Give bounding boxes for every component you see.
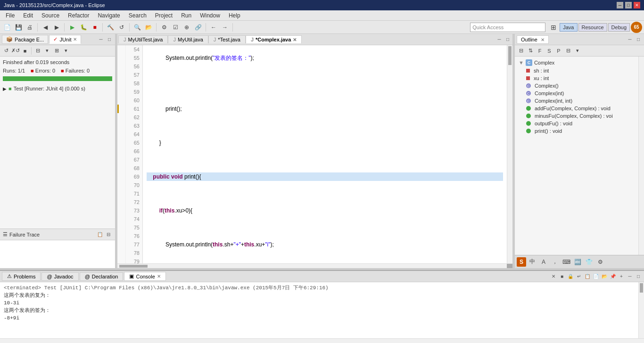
outline-hide-fields[interactable]: F [536, 47, 544, 55]
toolbar-extra2[interactable]: ☑ [170, 22, 181, 33]
soga-btn-1[interactable]: 中 [527, 257, 537, 267]
soga-btn-2[interactable]: A [538, 257, 549, 267]
code-editor[interactable]: System.out.println("发表的签名："); print(); }… [143, 45, 507, 263]
tab-declaration[interactable]: @ Declaration [80, 272, 124, 281]
toolbar-extra6[interactable]: → [220, 22, 230, 33]
toolbar-extra3[interactable]: ⊕ [182, 22, 192, 33]
tab-complex-close[interactable]: ✕ [293, 37, 297, 42]
soga-btn-3[interactable]: ， [550, 257, 560, 267]
toolbar-extra5[interactable]: ← [208, 22, 219, 33]
tab-junit[interactable]: ✓ JUnit ✕ [49, 35, 81, 44]
junit-filter[interactable]: ⊟ [33, 47, 42, 55]
console-copy[interactable]: 📋 [584, 273, 591, 280]
junit-rerun[interactable]: ↺ [2, 47, 10, 55]
outline-method-outputfu[interactable]: outputFu() : void [515, 120, 638, 127]
junit-tab-close[interactable]: ✕ [73, 37, 77, 42]
soga-btn-7[interactable]: ⚙ [595, 257, 605, 267]
console-close[interactable]: ✕ [157, 274, 161, 279]
tab-test[interactable]: J *Test.java [208, 35, 246, 43]
menu-run[interactable]: Run [177, 11, 195, 20]
tab-myutiltest[interactable]: J MyUtilTest.java [118, 35, 168, 43]
hscrollbar-thumb[interactable] [119, 265, 148, 268]
editor-maximize[interactable]: □ [504, 36, 512, 43]
outline-constructor-1[interactable]: C Complex() [515, 82, 638, 90]
soga-btn-6[interactable]: 👕 [584, 257, 594, 267]
console-scroll-lock[interactable]: 🔒 [567, 273, 574, 280]
outline-field-sh[interactable]: sh : int [515, 67, 638, 74]
outline-constructor-3[interactable]: C Complex(int, int) [515, 97, 638, 105]
tab-problems[interactable]: ⚠ Problems [2, 272, 41, 281]
outline-hide-static[interactable]: S [545, 47, 553, 55]
close-button[interactable]: ✕ [634, 2, 640, 8]
junit-more[interactable]: ▾ [62, 47, 70, 55]
tab-package-explorer[interactable]: 📦 Package E... [2, 35, 48, 44]
toolbar-forward[interactable]: ▶ [51, 22, 62, 33]
menu-edit[interactable]: Edit [19, 11, 37, 20]
console-clear[interactable]: ✕ [550, 273, 557, 280]
console-paste[interactable]: 📄 [592, 273, 600, 280]
tab-complex[interactable]: J *Complex.java ✕ [246, 35, 302, 43]
junit-stop[interactable]: ■ [21, 47, 29, 55]
outline-class-item[interactable]: ▼ C Complex [515, 58, 638, 67]
perspective-debug[interactable]: Debug [608, 23, 630, 32]
toolbar-new[interactable]: 📄 [2, 22, 12, 33]
tab-myutil[interactable]: J MyUtil.java [168, 35, 208, 43]
toolbar-extra4[interactable]: 🔗 [193, 22, 203, 33]
minimize-view-button[interactable]: ─ [97, 36, 105, 43]
editor-hscrollbar[interactable] [117, 263, 512, 268]
menu-window[interactable]: Window [196, 11, 224, 20]
junit-rerun-failed[interactable]: ✗↺ [11, 47, 20, 55]
soga-btn-5[interactable]: 🔤 [572, 257, 583, 267]
console-word-wrap[interactable]: ↵ [575, 273, 583, 280]
toolbar-debug[interactable]: 🐛 [78, 22, 89, 33]
toolbar-print[interactable]: 🖨 [25, 22, 35, 33]
maximize-button[interactable]: □ [625, 2, 632, 8]
tab-javadoc[interactable]: @ Javadoc [41, 272, 78, 281]
outline-method-print[interactable]: print() : void [515, 127, 638, 135]
toolbar-extra1[interactable]: ⚙ [159, 22, 169, 33]
toolbar-back[interactable]: ◀ [40, 22, 50, 33]
console-scrollbar-thumb[interactable] [640, 283, 643, 293]
outline-sort[interactable]: ⇅ [526, 47, 535, 55]
user-avatar[interactable]: 65 [631, 22, 642, 33]
tab-console[interactable]: ▣ Console ✕ [124, 272, 165, 281]
toolbar-build[interactable]: 🔨 [105, 22, 116, 33]
perspective-resource[interactable]: Resource [578, 23, 607, 32]
menu-project[interactable]: Project [151, 11, 176, 20]
outline-field-xu[interactable]: xu : int [515, 74, 638, 82]
toolbar-open[interactable]: 📂 [143, 22, 154, 33]
perspective-java[interactable]: Java [560, 23, 577, 32]
console-hscrollbar[interactable] [0, 338, 644, 343]
console-scrollbar[interactable] [638, 282, 644, 338]
menu-search[interactable]: Search [125, 11, 150, 20]
toolbar-search[interactable]: 🔍 [132, 22, 142, 33]
console-open-file[interactable]: 📂 [601, 273, 608, 280]
outline-collapse[interactable]: ⊟ [517, 47, 525, 55]
outline-maximize[interactable]: □ [635, 36, 642, 43]
console-new-console[interactable]: + [618, 273, 625, 280]
failure-copy-btn[interactable]: 📋 [96, 231, 104, 238]
menu-file[interactable]: File [2, 11, 18, 20]
outline-method-minusfu[interactable]: minusFu(Complex, Complex) : voi [515, 112, 638, 120]
console-minimize[interactable]: ─ [626, 273, 634, 280]
minimize-button[interactable]: ─ [617, 2, 623, 8]
toolbar-stop[interactable]: ■ [90, 22, 100, 33]
outline-minimize[interactable]: ─ [626, 36, 634, 43]
toolbar-save[interactable]: 💾 [13, 22, 24, 33]
menu-navigate[interactable]: Navigate [94, 11, 124, 20]
outline-scrollbar[interactable] [638, 57, 644, 255]
outline-filter[interactable]: ⊟ [564, 47, 572, 55]
tab-outline[interactable]: Outline ✕ [517, 35, 549, 44]
junit-layout[interactable]: ⊞ [52, 47, 61, 55]
maximize-view-button[interactable]: □ [106, 36, 113, 43]
editor-scrollbar[interactable] [507, 45, 512, 263]
quick-access-field[interactable]: Quick Access [470, 23, 545, 32]
list-item[interactable]: ▶ ■ Test [Runner: JUnit 4] (0.000 s) [3, 85, 112, 92]
console-stop[interactable]: ■ [558, 273, 566, 280]
junit-history[interactable]: ▾ [43, 47, 51, 55]
soga-btn-4[interactable]: ⌨ [561, 257, 571, 267]
toolbar-run[interactable]: ▶ [67, 22, 77, 33]
outline-close[interactable]: ✕ [541, 37, 545, 42]
outline-method-addfu[interactable]: addFu(Complex, Complex) : void [515, 105, 638, 112]
outline-hide-nonpublic[interactable]: P [554, 47, 563, 55]
